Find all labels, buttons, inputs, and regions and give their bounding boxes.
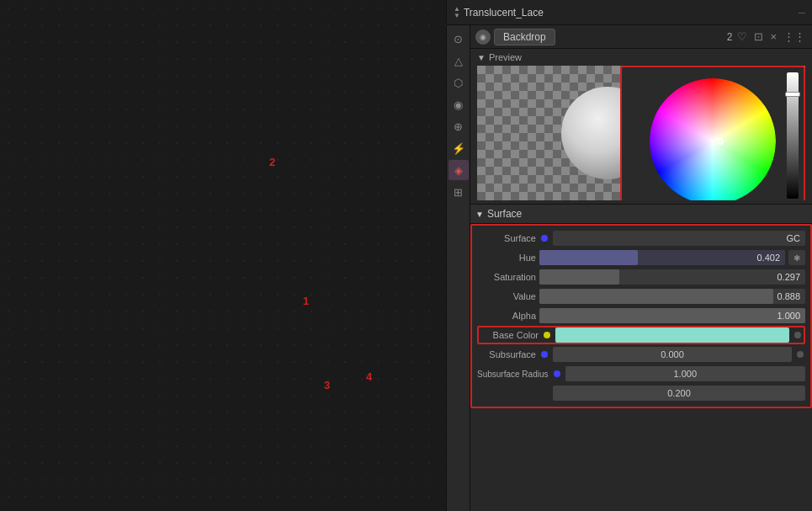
hue-value: 0.402 xyxy=(544,253,780,263)
props-icon-object[interactable]: ⚡ xyxy=(448,138,469,158)
surface-prop-label: Surface xyxy=(477,233,536,243)
props-sidebar: ⊙ △ ⬡ ◉ ⊕ ⚡ ◈ ⊞ xyxy=(447,25,470,511)
brightness-slider[interactable] xyxy=(787,72,799,199)
props-icon-scene[interactable]: ◉ xyxy=(448,94,469,114)
base-color-label: Base Color xyxy=(480,330,539,340)
value-label: Value xyxy=(477,291,536,301)
hue-row: Hue 0.402 ✱ xyxy=(477,248,805,267)
annotation-2: 2 xyxy=(269,156,275,168)
left-area: 2 1 3 4 xyxy=(0,0,446,511)
subsurface-radius-field1[interactable]: 1.000 xyxy=(565,366,806,381)
heart-icon-btn[interactable]: ♡ xyxy=(735,29,749,45)
preview-label: Preview xyxy=(489,52,522,62)
annotation-1: 1 xyxy=(303,295,309,307)
base-color-end-dot xyxy=(794,332,801,338)
node-num: 2 xyxy=(727,31,733,43)
base-color-row: Base Color xyxy=(477,326,805,344)
surface-dot xyxy=(541,235,548,242)
color-wheel-container xyxy=(622,67,804,200)
props-icon-data[interactable]: ⊞ xyxy=(448,182,469,202)
value-field[interactable]: 0.888 xyxy=(539,289,805,304)
subsurface-radius-row2: 0.200 xyxy=(477,384,805,402)
props-icon-view[interactable]: ⬡ xyxy=(448,72,469,93)
subsurface-radius-row: Subsurface Radius 1.000 xyxy=(477,365,805,383)
base-color-field[interactable] xyxy=(555,327,789,343)
props-icon-render[interactable]: ⊙ xyxy=(448,29,469,49)
props-icon-output[interactable]: △ xyxy=(448,51,469,71)
surface-arrow: ▼ xyxy=(475,210,484,219)
hue-field[interactable]: 0.402 xyxy=(539,250,785,265)
annotation-arrows xyxy=(0,0,252,126)
subsurface-field[interactable]: 0.000 xyxy=(553,347,792,362)
brightness-handle xyxy=(785,92,800,97)
props-icon-world[interactable]: ⊕ xyxy=(448,116,469,136)
material-name: Translucent_Lace xyxy=(464,7,795,19)
subsurface-radius-dot xyxy=(554,370,560,377)
main-layout: 2 1 3 4 ▲ ▼ xyxy=(0,0,812,511)
saturation-row: Saturation 0.297 xyxy=(477,268,805,286)
preview-section: ▼ Preview xyxy=(470,49,812,204)
eyedropper-btn[interactable]: ✱ xyxy=(788,250,805,265)
surface-row: Surface GC xyxy=(477,229,805,248)
subsurface-end-dot xyxy=(797,351,804,358)
subsurface-label: Subsurface xyxy=(477,349,536,359)
annotation-3: 3 xyxy=(324,379,330,391)
props-icon-material[interactable]: ◈ xyxy=(448,160,469,180)
color-picker-overlay: RGB HSV Hex xyxy=(620,66,805,200)
saturation-label: Saturation xyxy=(477,272,536,282)
annotation-4: 4 xyxy=(366,370,372,383)
subsurface-radius-label: Subsurface Radius xyxy=(477,370,549,379)
surface-section-header: ▼ Surface xyxy=(470,204,812,224)
alpha-label: Alpha xyxy=(477,311,536,321)
color-wheel-cursor xyxy=(717,138,724,145)
preview-arrow: ▼ xyxy=(477,53,486,62)
base-color-dot xyxy=(544,332,550,338)
preview-area: RGB HSV Hex xyxy=(477,66,805,200)
color-wheel[interactable] xyxy=(650,78,776,201)
hsv-fields: Surface GC Hue 0.402 ✱ xyxy=(470,224,812,408)
filter-icon-btn[interactable]: ⋮⋮ xyxy=(782,29,807,45)
surface-value: GC xyxy=(558,233,800,243)
saturation-value: 0.297 xyxy=(544,272,800,282)
node-editor-header: ◉ Backdrop 2 ♡ ⊡ × ⋮⋮ xyxy=(470,25,812,49)
name-scroll-arrows: ▲ ▼ xyxy=(454,6,460,19)
right-panel: ▲ ▼ Translucent_Lace — ⊙ △ ⬡ ◉ ⊕ ⚡ ◈ ⊞ xyxy=(446,0,812,511)
saturation-field[interactable]: 0.297 xyxy=(539,269,805,285)
backdrop-button[interactable]: Backdrop xyxy=(494,29,555,45)
alpha-field[interactable]: 1.000 xyxy=(539,308,805,323)
subsurface-row: Subsurface 0.000 xyxy=(477,345,805,364)
node-header-icon[interactable]: ◉ xyxy=(475,29,491,45)
material-name-bar: ▲ ▼ Translucent_Lace — xyxy=(447,0,812,25)
hue-label: Hue xyxy=(477,253,536,263)
props-content: ◉ Backdrop 2 ♡ ⊡ × ⋮⋮ ▼ Preview xyxy=(470,25,812,511)
name-scroll-down[interactable]: ▼ xyxy=(454,13,460,19)
color-wheel-inner xyxy=(650,78,776,201)
preview-section-header[interactable]: ▼ Preview xyxy=(477,52,805,62)
close-icon-btn[interactable]: × xyxy=(768,29,778,45)
value-row: Value 0.888 xyxy=(477,287,805,306)
alpha-value: 1.000 xyxy=(544,311,800,321)
value-value: 0.888 xyxy=(544,291,800,301)
top-right-close[interactable]: — xyxy=(799,9,805,16)
surface-field[interactable]: GC xyxy=(553,231,805,246)
alpha-row: Alpha 1.000 xyxy=(477,306,805,325)
surface-label: Surface xyxy=(487,208,522,220)
export-icon-btn[interactable]: ⊡ xyxy=(752,29,765,45)
subsurface-dot xyxy=(541,351,548,358)
subsurface-radius-field2[interactable]: 0.200 xyxy=(553,386,805,401)
